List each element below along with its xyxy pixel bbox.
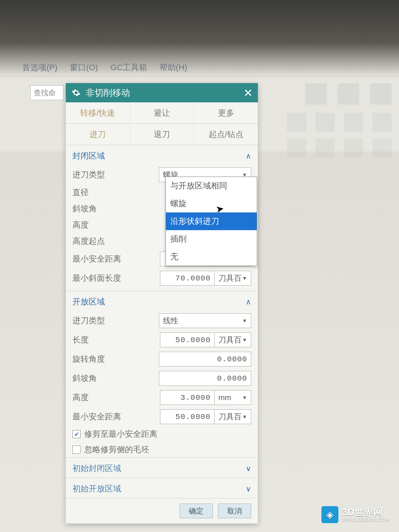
toolbar-icon[interactable]: [344, 113, 363, 132]
chevron-down-icon: ▼: [242, 395, 247, 400]
toolbar-icon[interactable]: [316, 113, 335, 132]
tab-transfer-rapid[interactable]: 转移/快速: [66, 102, 130, 123]
section-open-label: 开放区域: [72, 296, 105, 307]
tab-retract[interactable]: 退刀: [130, 124, 194, 145]
dropdown-option-none[interactable]: 无: [166, 248, 257, 266]
command-search-input[interactable]: 查找命: [30, 85, 64, 100]
label-height: 高度: [72, 219, 143, 231]
section-initial-closed[interactable]: 初始封闭区域 ∨: [66, 457, 258, 478]
cube-icon: ◈: [321, 506, 338, 523]
input-open-length[interactable]: 50.0000: [160, 332, 215, 347]
toolbar-icon[interactable]: [305, 83, 327, 105]
ok-button[interactable]: 确定: [180, 504, 213, 518]
chevron-down-icon: ∨: [246, 484, 251, 493]
unit-open-min-clearance[interactable]: 刀具百▼: [214, 409, 251, 424]
label-engage-type: 进刀类型: [72, 169, 143, 180]
label-ramp-angle: 斜坡角: [72, 203, 143, 214]
toolbar-icon[interactable]: [338, 83, 359, 105]
menu-bar: 首选项(P) 窗口(O) GC工具箱 帮助(H): [22, 62, 187, 73]
section-open-region[interactable]: 开放区域 ∧: [66, 291, 258, 311]
cancel-button[interactable]: 取消: [218, 504, 251, 518]
unit-value: 刀具百: [218, 335, 242, 345]
dropdown-engage-type-list: 与开放区域相同 螺旋 沿形状斜进刀 插削 无: [166, 177, 257, 266]
watermark: ◈ 3D世界网 WWW.3DSJW.COM: [321, 506, 390, 523]
tab-more[interactable]: 更多: [194, 102, 258, 123]
unit-value: 刀具百: [218, 412, 242, 422]
tab-engage[interactable]: 进刀: [66, 124, 130, 145]
toolbar-icon[interactable]: [372, 139, 392, 158]
close-icon[interactable]: ✕: [243, 86, 253, 99]
toolbar-icons-row2: [287, 113, 392, 132]
label-open-ramp-angle: 斜坡角: [72, 373, 143, 384]
gear-icon: [71, 88, 81, 98]
menu-gc-toolbox[interactable]: GC工具箱: [110, 62, 147, 73]
tab-start-drill[interactable]: 起点/钻点: [194, 124, 258, 145]
menu-window[interactable]: 窗口(O): [70, 62, 98, 73]
toolbar-icon[interactable]: [372, 113, 392, 132]
section-initial-open[interactable]: 初始开放区域 ∨: [66, 478, 258, 498]
label-open-engage-type: 进刀类型: [72, 315, 143, 326]
watermark-subtitle: WWW.3DSJW.COM: [342, 517, 390, 522]
toolbar-icon[interactable]: [287, 139, 306, 158]
toolbar-icon[interactable]: [287, 113, 306, 132]
chevron-up-icon: ∧: [246, 151, 251, 160]
non-cutting-moves-dialog: 非切削移动 ✕ 转移/快速 避让 更多 进刀 退刀 起点/钻点 封闭区域 ∧ 进…: [66, 83, 258, 524]
label-length: 长度: [72, 334, 143, 345]
label-height-from: 高度起点: [72, 236, 143, 247]
label-open-height: 高度: [72, 392, 143, 403]
unit-value: 刀具百: [218, 273, 242, 283]
toolbar-icon[interactable]: [344, 139, 363, 158]
menu-help[interactable]: 帮助(H): [160, 62, 187, 73]
input-open-min-clearance[interactable]: 50.0000: [160, 409, 215, 424]
section-initial-open-label: 初始开放区域: [72, 483, 121, 494]
checkbox-trim-label: 修剪至最小安全距离: [84, 429, 157, 440]
checkbox-ignore-trim-blank[interactable]: [72, 446, 81, 454]
tab-avoidance[interactable]: 避让: [130, 102, 194, 123]
toolbar-icons-row1: [305, 83, 392, 105]
label-min-ramp-length: 最小斜面长度: [72, 273, 143, 284]
label-open-min-clearance: 最小安全距离: [72, 411, 143, 422]
toolbar-icon[interactable]: [316, 139, 335, 158]
chevron-down-icon: ▼: [242, 275, 247, 281]
menu-preferences[interactable]: 首选项(P): [22, 62, 57, 73]
input-closed-min-ramp-length[interactable]: 70.0000: [160, 271, 215, 286]
chevron-down-icon: ▼: [242, 414, 247, 420]
input-open-height[interactable]: 3.0000: [160, 390, 215, 405]
label-min-clearance: 最小安全距离: [72, 253, 143, 265]
checkbox-ignore-label: 忽略修剪侧的毛坯: [84, 444, 149, 455]
chevron-down-icon: ▼: [242, 337, 247, 343]
chevron-up-icon: ∧: [246, 297, 251, 306]
combo-open-engage-type[interactable]: 线性 ▼: [159, 313, 251, 328]
toolbar-icon[interactable]: [370, 83, 392, 105]
label-swing-angle: 旋转角度: [72, 354, 143, 365]
input-open-ramp-angle[interactable]: 0.0000: [159, 371, 251, 386]
dialog-title: 非切削移动: [86, 87, 130, 99]
combo-value: 线性: [163, 316, 178, 326]
checkbox-trim-to-min-clearance[interactable]: ✔: [72, 430, 81, 438]
dropdown-option-plunge[interactable]: 插削: [166, 230, 257, 248]
section-closed-label: 封闭区域: [72, 150, 105, 161]
tabs-row-2: 进刀 退刀 起点/钻点: [66, 124, 258, 145]
tabs-row-1: 转移/快速 避让 更多: [66, 102, 258, 124]
dropdown-option-helix[interactable]: 螺旋: [166, 195, 257, 212]
input-open-swing-angle[interactable]: 0.0000: [159, 352, 251, 366]
dialog-footer: 确定 取消: [66, 498, 258, 524]
chevron-down-icon: ∨: [246, 464, 251, 473]
unit-value: mm: [218, 393, 231, 402]
dropdown-option-ramp-on-shape[interactable]: 沿形状斜进刀: [166, 212, 257, 230]
chevron-down-icon: ▼: [242, 318, 247, 324]
section-initial-closed-label: 初始封闭区域: [72, 463, 121, 474]
label-diameter: 直径: [72, 187, 143, 198]
toolbar-icons-row3: [287, 139, 392, 158]
unit-closed-min-ramp-length[interactable]: 刀具百▼: [214, 271, 251, 286]
section-closed-region[interactable]: 封闭区域 ∧: [66, 145, 258, 165]
unit-open-height[interactable]: mm▼: [214, 390, 251, 405]
watermark-title: 3D世界网: [342, 507, 390, 517]
unit-open-length[interactable]: 刀具百▼: [214, 332, 251, 347]
dialog-titlebar[interactable]: 非切削移动 ✕: [66, 83, 258, 102]
dropdown-option-same-as-open[interactable]: 与开放区域相同: [166, 177, 257, 195]
